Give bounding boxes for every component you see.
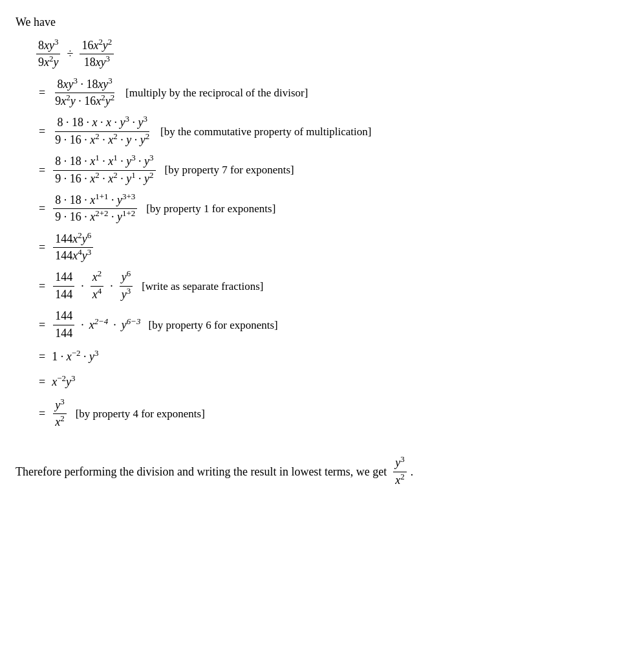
frac-6: 8 · 18 · x1+1 · y3+3 9 · 16 · x2+2 · y1+… (53, 193, 137, 225)
line-1: 8xy3 9x2y ÷ 16x2y2 18xy3 (35, 38, 628, 71)
frac-4: 8 · 18 · x · x · y3 · y3 9 · 16 · x2 · x… (53, 115, 151, 148)
frac-5: 8 · 18 · x1 · x1 · y3 · y3 9 · 16 · x2 ·… (53, 154, 155, 186)
conclusion-frac: y3 x2 (393, 455, 406, 488)
conclusion-period: . (411, 462, 414, 482)
line-5: = 8 · 18 · x1+1 · y3+3 9 · 16 · x2+2 · y… (35, 193, 628, 225)
line-6: = 144x2y6 144x4y3 (35, 232, 628, 264)
frac-12: y3 x2 (53, 398, 66, 430)
line-11: = y3 x2 [by property 4 for exponents] (35, 398, 628, 430)
line-10: = x−2y3 (35, 373, 628, 391)
frac-9: x2 x4 (91, 270, 103, 302)
frac-2: 16x2y2 18xy3 (80, 38, 114, 71)
frac-8: 144 144 (53, 270, 74, 302)
frac-7: 144x2y6 144x4y3 (53, 232, 93, 264)
line-9: = 1 · x−2 · y3 (35, 347, 628, 366)
frac-3: 8xy3 · 18xy3 9x2y · 16x2y2 (53, 77, 116, 109)
frac-11: 144 144 (53, 309, 74, 341)
intro-text: We have (16, 13, 628, 32)
conclusion-text: Therefore performing the division and wr… (16, 462, 387, 482)
math-content: We have 8xy3 9x2y ÷ 16x2y2 18xy3 = 8xy3 … (16, 13, 628, 488)
line-2: = 8xy3 · 18xy3 9x2y · 16x2y2 [multiply b… (35, 77, 628, 109)
conclusion: Therefore performing the division and wr… (16, 455, 628, 488)
line-8: = 144 144 · x2−4 · y6−3 [by property 6 f… (35, 309, 628, 341)
line-7: = 144 144 · x2 x4 · y6 y3 [write as sepa… (35, 270, 628, 302)
math-block: 8xy3 9x2y ÷ 16x2y2 18xy3 = 8xy3 · 18xy3 … (35, 38, 628, 430)
conclusion-line: Therefore performing the division and wr… (16, 455, 628, 488)
line-4: = 8 · 18 · x1 · x1 · y3 · y3 9 · 16 · x2… (35, 154, 628, 186)
line-3: = 8 · 18 · x · x · y3 · y3 9 · 16 · x2 ·… (35, 115, 628, 148)
frac-10: y6 y3 (120, 270, 133, 302)
frac-1: 8xy3 9x2y (36, 38, 60, 71)
